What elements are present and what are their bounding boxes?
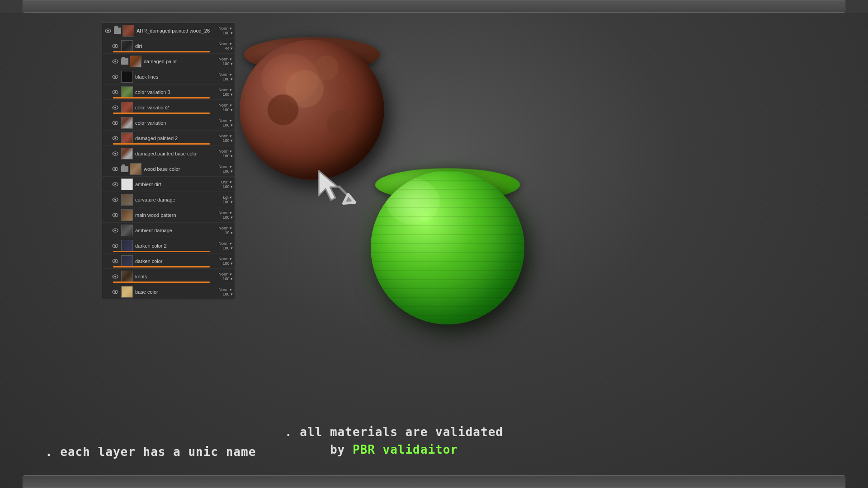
svg-point-4 [107,30,109,32]
layer-row-color_var2[interactable]: color variation2Norm ▾100 ▾ [102,100,235,115]
blend-mode-damaged_painted2[interactable]: Norm ▾100 ▾ [219,134,233,143]
svg-point-20 [114,153,116,155]
blend-mode-dirt[interactable]: Norm ▾44 ▾ [219,42,233,51]
layer-row-curvature[interactable]: curvature damageLgt ▾100 ▾ [102,192,235,207]
layer-thumb-dirt [121,40,133,52]
layer-name-ambient_damage: ambient damage [135,228,219,233]
svg-point-30 [114,230,116,231]
blend-mode-curvature[interactable]: Lgt ▾100 ▾ [222,195,233,204]
green-sphere [371,171,524,324]
layer-row-root[interactable]: AHR_damaged painted wood_26Norm ▾100 ▾ [102,23,235,38]
caption-right: . all materials are validated by PBR val… [285,423,503,459]
layer-thumb-knots [121,271,133,282]
folder-icon-root[interactable] [114,28,121,34]
svg-point-38 [114,291,116,293]
eye-icon-darken2[interactable] [111,243,119,249]
svg-point-6 [114,45,116,47]
svg-point-28 [114,214,116,216]
layer-row-darken2[interactable]: darken color 2Norm ▾100 ▾ [102,238,235,253]
eye-icon-darken[interactable] [111,258,119,264]
blend-mode-knots[interactable]: Norm ▾100 ▾ [219,272,233,281]
layer-row-main_wood[interactable]: main wood patternNorm ▾100 ▾ [102,207,235,223]
eye-icon-main_wood[interactable] [111,212,119,218]
svg-point-10 [114,76,116,78]
layer-name-color_var2: color variation2 [135,105,219,110]
layer-name-darken: darken color [135,258,219,264]
eye-icon-ambient_dirt[interactable] [111,181,119,188]
eye-icon-curvature[interactable] [111,197,119,203]
blend-mode-base_color[interactable]: Norm ▾100 ▾ [219,287,233,296]
eye-icon-color_var3[interactable] [111,89,119,95]
svg-point-36 [114,276,116,277]
layer-row-damaged_painted_base[interactable]: damaged painted base colorNorm ▾100 ▾ [102,146,235,161]
layer-row-color_var[interactable]: color variationNorm ▾100 ▾ [102,115,235,131]
layer-name-root: AHR_damaged painted wood_26 [137,28,219,33]
layer-thumb-root [123,25,134,37]
orange-bar-darken2 [113,251,210,252]
layer-row-ambient_dirt[interactable]: ambient dirtOvrl ▾100 ▾ [102,177,235,192]
layer-row-black_lines[interactable]: black linesNorm ▾100 ▾ [102,69,235,84]
eye-icon-wood_base[interactable] [111,166,119,172]
layer-row-ambient_damage[interactable]: ambient damageNorm ▾19 ▾ [102,223,235,238]
layer-thumb-ambient_damage [121,225,133,236]
layer-thumb-curvature [121,194,133,206]
caption-right-line2-prefix: by [330,443,353,456]
orange-bar-dirt [113,51,210,52]
svg-point-22 [114,168,116,170]
folder-icon-wood_base[interactable] [121,166,128,172]
layer-thumb-color_var [121,117,133,129]
layer-thumb-damaged_painted2 [121,132,133,144]
layer-row-damaged_painted2[interactable]: damaged painted 2Norm ▾100 ▾ [102,131,235,146]
layer-thumb-base_color [121,286,133,298]
blend-mode-black_lines[interactable]: Norm ▾100 ▾ [219,72,233,81]
blend-mode-wood_base[interactable]: Norm ▾100 ▾ [219,164,233,174]
blend-mode-damaged_painted_base[interactable]: Norm ▾100 ▾ [219,149,233,158]
blend-mode-darken[interactable]: Norm ▾100 ▾ [219,257,233,266]
layer-row-knots[interactable]: knotsNorm ▾100 ▾ [102,269,235,284]
blend-mode-darken2[interactable]: Norm ▾100 ▾ [219,241,233,250]
eye-icon-black_lines[interactable] [111,74,119,80]
eye-icon-ambient_damage[interactable] [111,227,119,234]
eye-icon-knots[interactable] [111,273,119,280]
folder-icon-damaged_paint[interactable] [121,58,128,65]
layer-row-wood_base[interactable]: wood base colorNorm ▾100 ▾ [102,161,235,177]
layer-row-darken[interactable]: darken colorNorm ▾100 ▾ [102,253,235,269]
layer-row-damaged_paint[interactable]: damaged paintNorm ▾100 ▾ [102,54,235,69]
eye-icon-base_color[interactable] [111,289,119,295]
blend-mode-main_wood[interactable]: Norm ▾100 ▾ [219,211,233,220]
layer-thumb-damaged_paint [130,56,142,67]
layer-row-color_var3[interactable]: color variation 3Norm ▾100 ▾ [102,84,235,100]
layer-name-ambient_dirt: ambient dirt [135,182,221,187]
layer-thumb-darken [121,255,133,267]
eye-icon-color_var[interactable] [111,120,119,126]
caption-right-line1: . all materials are validated [285,423,503,441]
eye-icon-root[interactable] [104,28,112,34]
layer-name-base_color: base color [135,289,219,295]
svg-point-16 [114,122,116,124]
layer-thumb-darken2 [121,240,133,252]
eye-icon-color_var2[interactable] [111,104,119,111]
svg-point-18 [114,137,116,139]
layer-row-dirt[interactable]: dirtNorm ▾44 ▾ [102,38,235,54]
orange-bar-knots [113,282,210,283]
layer-thumb-damaged_painted_base [121,148,133,160]
layer-row-base_color[interactable]: base colorNorm ▾100 ▾ [102,284,235,300]
bottom-decorative-bar [23,475,845,488]
blend-mode-damaged_paint[interactable]: Norm ▾100 ▾ [219,57,233,66]
blend-mode-color_var2[interactable]: Norm ▾100 ▾ [219,103,233,112]
eye-icon-damaged_painted_base[interactable] [111,150,119,157]
blend-mode-color_var3[interactable]: Norm ▾100 ▾ [219,88,233,97]
caption-pbr-label: PBR validaitor [353,443,458,456]
eye-icon-damaged_paint[interactable] [111,58,119,65]
layer-thumb-color_var2 [121,102,133,113]
eye-icon-damaged_painted2[interactable] [111,135,119,141]
svg-point-12 [114,91,116,93]
eye-icon-dirt[interactable] [111,43,119,49]
svg-point-34 [114,260,116,262]
blend-mode-color_var[interactable]: Norm ▾100 ▾ [219,118,233,127]
top-decorative-bar [23,0,845,13]
layer-thumb-ambient_dirt [121,178,133,190]
blend-mode-ambient_dirt[interactable]: Ovrl ▾100 ▾ [221,180,233,189]
blend-mode-root[interactable]: Norm ▾100 ▾ [219,26,233,35]
blend-mode-ambient_damage[interactable]: Norm ▾19 ▾ [219,226,233,235]
